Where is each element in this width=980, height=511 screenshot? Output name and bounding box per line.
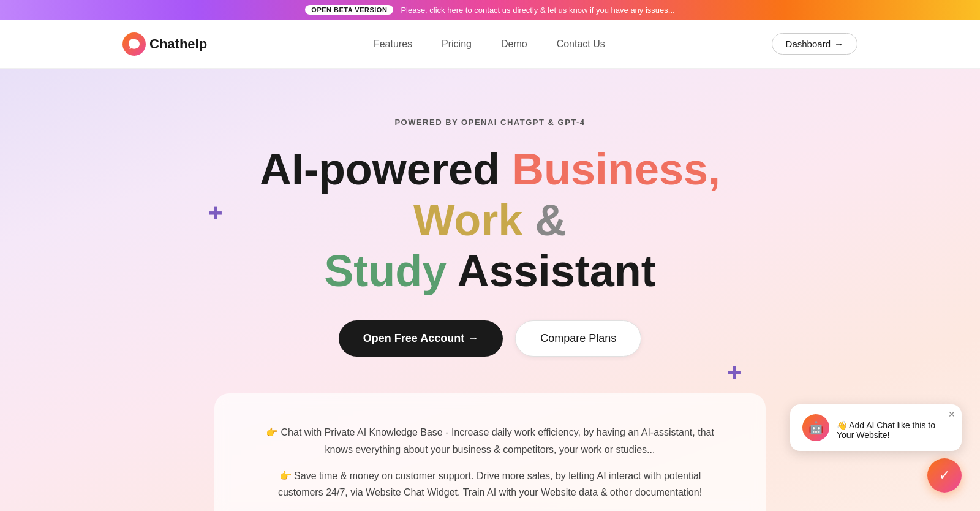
feature-item-2: 👉 Save time & money on customer support.… xyxy=(263,467,717,501)
nav-contact[interactable]: Contact Us xyxy=(557,39,605,50)
chat-toggle-button[interactable]: ✓ xyxy=(927,458,962,493)
banner-text: Please, click here to contact us directl… xyxy=(401,6,674,15)
chat-bubble-close-button[interactable]: ✕ xyxy=(948,409,956,419)
compare-plans-button[interactable]: Compare Plans xyxy=(515,320,641,357)
logo-link[interactable]: Chathelp xyxy=(123,32,207,56)
nav-pricing[interactable]: Pricing xyxy=(442,39,472,50)
top-banner[interactable]: OPEN BETA VERSION Please, click here to … xyxy=(0,0,980,20)
dashboard-button[interactable]: Dashboard → xyxy=(772,33,858,55)
title-business: Business, xyxy=(512,145,720,194)
logo-icon xyxy=(123,32,146,56)
plus-decorator-right: ✚ xyxy=(727,363,741,383)
logo-text: Chathelp xyxy=(149,36,207,52)
chat-bubble-text: 👋 Add AI Chat like this to Your Website! xyxy=(837,415,949,440)
hero-buttons: Open Free Account → Compare Plans xyxy=(339,320,641,357)
chat-bubble: ✕ 🤖 👋 Add AI Chat like this to Your Webs… xyxy=(790,404,962,451)
hero-title: AI-powered Business, Work & Study Assist… xyxy=(214,144,766,296)
navbar: Chathelp Features Pricing Demo Contact U… xyxy=(0,20,980,69)
nav-demo[interactable]: Demo xyxy=(501,39,527,50)
chat-toggle-icon: ✓ xyxy=(939,467,950,483)
title-work: Work xyxy=(413,195,535,244)
feature-item-1: 👉 Chat with Private AI Knowledge Base - … xyxy=(263,424,717,457)
plus-decorator-left: ✚ xyxy=(208,203,222,224)
chat-widget: ✕ 🤖 👋 Add AI Chat like this to Your Webs… xyxy=(790,404,962,493)
chatbot-avatar: 🤖 xyxy=(802,414,829,441)
beta-badge: OPEN BETA VERSION xyxy=(305,5,393,15)
nav-features[interactable]: Features xyxy=(374,39,412,50)
title-part1: AI-powered xyxy=(260,145,512,194)
title-ampersand: & xyxy=(535,195,567,244)
features-card: 👉 Chat with Private AI Knowledge Base - … xyxy=(214,393,766,511)
powered-by-text: POWERED BY OPENAI CHATGPT & GPT-4 xyxy=(394,118,585,127)
title-study: Study xyxy=(324,246,447,295)
title-rest: Assistant xyxy=(447,246,655,295)
nav-links: Features Pricing Demo Contact Us xyxy=(374,39,605,50)
open-free-account-button[interactable]: Open Free Account → xyxy=(339,320,503,357)
